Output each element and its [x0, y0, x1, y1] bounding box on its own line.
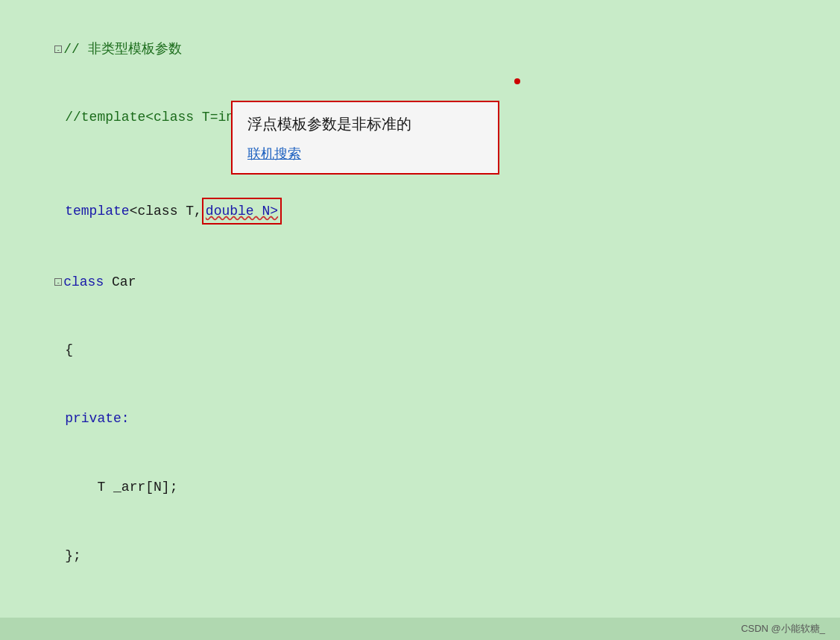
- comment-text-1: // 非类型模板参数: [63, 42, 181, 57]
- keyword-private: private:: [65, 411, 129, 426]
- keyword-template: template: [65, 204, 129, 219]
- keyword-double-N: double N>: [206, 204, 278, 219]
- code-line-7: private:: [22, 385, 825, 454]
- collapse-btn-5[interactable]: -: [54, 278, 62, 286]
- tooltip-online-search-link[interactable]: 联机搜索: [233, 142, 498, 173]
- code-line-9: };: [22, 521, 825, 590]
- watermark-text: CSDN @小能软糖_: [741, 622, 825, 636]
- tooltip-message: 浮点模板参数是非标准的: [233, 102, 498, 142]
- code-line-6: {: [22, 316, 825, 385]
- tooltip-popup: 浮点模板参数是非标准的 联机搜索: [231, 101, 499, 175]
- code-line-5: -class Car: [22, 248, 825, 316]
- code-editor: -// 非类型模板参数 //template<class T=int ,size…: [0, 0, 840, 618]
- red-dot-indicator: [514, 78, 520, 84]
- code-line-1: -// 非类型模板参数: [22, 15, 825, 84]
- code-line-10: [22, 590, 825, 613]
- code-line-8: T _arr[N];: [22, 453, 825, 521]
- footer-bar: CSDN @小能软糖_: [0, 618, 840, 640]
- highlighted-double-N: double N>: [202, 198, 282, 225]
- collapse-btn-1[interactable]: -: [54, 46, 62, 53]
- code-line-4: template<class T,double N>: [22, 175, 825, 248]
- keyword-class: class: [63, 274, 104, 289]
